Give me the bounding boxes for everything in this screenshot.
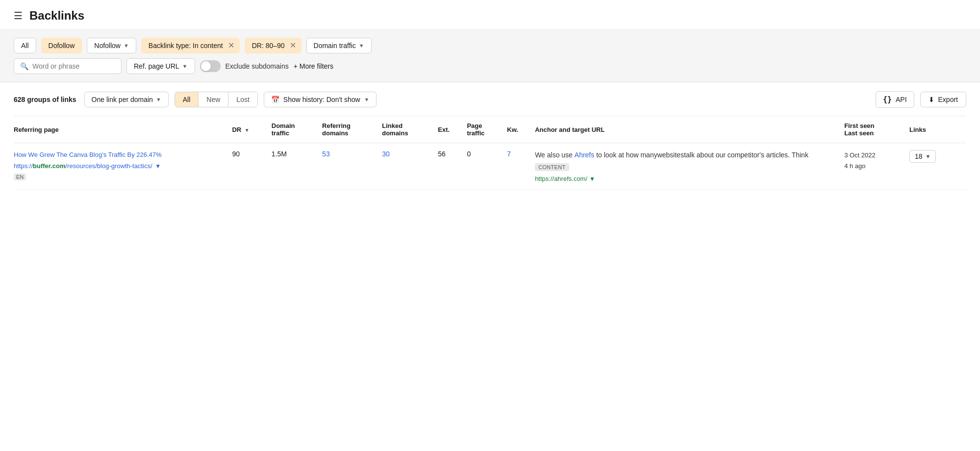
links-chevron-icon: ▼	[926, 153, 931, 159]
domain-traffic-filter-btn[interactable]: Domain traffic ▼	[306, 38, 372, 53]
table-toolbar: 628 groups of links One link per domain …	[14, 82, 966, 116]
search-input[interactable]	[32, 62, 115, 70]
dates-cell: 3 Oct 2022 4 h ago	[844, 143, 909, 190]
dofollow-filter-btn[interactable]: Dofollow	[41, 38, 82, 53]
nofollow-chevron-icon: ▼	[124, 43, 129, 49]
domain-traffic-chevron-icon: ▼	[359, 43, 364, 49]
all-filter-btn[interactable]: All	[14, 38, 36, 53]
links-cell: 18 ▼	[909, 143, 966, 190]
referring-domains-link[interactable]: 53	[322, 150, 330, 158]
lost-tab-btn[interactable]: Lost	[228, 92, 257, 107]
referring-domains-cell: 53	[322, 143, 382, 190]
nofollow-filter-btn[interactable]: Nofollow ▼	[87, 38, 136, 53]
linked-domains-link[interactable]: 30	[382, 150, 390, 158]
col-referring-page: Referring page	[14, 116, 232, 143]
ref-page-domain: buffer.com	[33, 162, 65, 170]
exclude-subdomains-toggle[interactable]	[200, 60, 221, 72]
dr-sort-icon: ▼	[245, 127, 250, 133]
page-wrapper: ☰ Backlinks All Dofollow Nofollow ▼ Back…	[0, 0, 980, 451]
lang-badge: EN	[14, 174, 26, 180]
backlinks-table: Referring page DR ▼ Domaintraffic Referr…	[14, 116, 966, 190]
exclude-subdomains-label: Exclude subdomains	[226, 62, 289, 70]
ref-page-title-link[interactable]: How We Grew The Canva Blog's Traffic By …	[14, 151, 162, 158]
ref-page-url-chevron-icon: ▼	[182, 63, 188, 69]
col-linked-domains: Linkeddomains	[382, 116, 438, 143]
new-tab-btn[interactable]: New	[199, 92, 228, 107]
link-per-domain-chevron-icon: ▼	[156, 97, 161, 102]
api-btn[interactable]: {} API	[876, 91, 914, 108]
toggle-knob	[201, 61, 211, 71]
exclude-subdomains-wrap: Exclude subdomains	[200, 60, 289, 72]
col-dr[interactable]: DR ▼	[232, 116, 271, 143]
table-area: 628 groups of links One link per domain …	[0, 82, 980, 190]
ref-page-url-btn[interactable]: Ref. page URL ▼	[126, 58, 195, 74]
header: ☰ Backlinks	[0, 0, 980, 30]
filter-row-2: 🔍 Ref. page URL ▼ Exclude subdomains + M…	[14, 58, 966, 74]
target-url-link[interactable]: https://ahrefs.com/	[535, 175, 587, 182]
all-new-lost-tabs: All New Lost	[175, 92, 258, 107]
ref-page-url-link[interactable]: https://buffer.com/resources/blog-growth…	[14, 162, 154, 170]
col-kw: Kw.	[507, 116, 535, 143]
anchor-target-cell: We also use Ahrefs to look at how manywe…	[535, 143, 844, 190]
col-domain-traffic: Domaintraffic	[272, 116, 322, 143]
calendar-icon: 📅	[271, 96, 279, 103]
domain-traffic-cell: 1.5M	[272, 143, 322, 190]
target-url-dropdown-icon[interactable]: ▼	[589, 175, 595, 182]
col-links: Links	[909, 116, 966, 143]
export-btn[interactable]: ⬇ Export	[920, 92, 966, 107]
search-input-wrap[interactable]: 🔍	[14, 58, 122, 74]
dr-clear-btn[interactable]: ✕	[290, 42, 296, 50]
show-history-btn[interactable]: 📅 Show history: Don't show ▼	[264, 92, 377, 107]
kw-link[interactable]: 7	[507, 150, 511, 158]
dr-filter[interactable]: DR: 80–90 ✕	[245, 38, 302, 53]
linked-domains-cell: 30	[382, 143, 438, 190]
groups-count: 628 groups of links	[14, 96, 76, 103]
col-page-traffic: Pagetraffic	[467, 116, 507, 143]
anchor-text: We also use Ahrefs to look at how manywe…	[535, 150, 840, 160]
kw-cell: 7	[507, 143, 535, 190]
links-dropdown-btn[interactable]: 18 ▼	[909, 150, 936, 163]
ref-page-cell: How We Grew The Canva Blog's Traffic By …	[14, 143, 232, 190]
col-ext: Ext.	[438, 116, 467, 143]
backlink-type-filter[interactable]: Backlink type: In content ✕	[141, 38, 240, 53]
all-tab-btn[interactable]: All	[175, 92, 199, 107]
api-icon: {}	[883, 95, 892, 104]
hamburger-icon[interactable]: ☰	[14, 10, 23, 22]
link-per-domain-btn[interactable]: One link per domain ▼	[84, 92, 169, 107]
page-title: Backlinks	[29, 9, 84, 23]
target-url-line: https://ahrefs.com/ ▼	[535, 175, 840, 182]
history-chevron-icon: ▼	[364, 97, 370, 102]
ext-cell: 56	[438, 143, 467, 190]
col-first-last-seen: First seenLast seen	[844, 116, 909, 143]
page-traffic-cell: 0	[467, 143, 507, 190]
backlink-type-clear-btn[interactable]: ✕	[228, 42, 234, 50]
ahrefs-anchor-link[interactable]: Ahrefs	[575, 151, 594, 159]
col-anchor-target: Anchor and target URL	[535, 116, 844, 143]
table-row: How We Grew The Canva Blog's Traffic By …	[14, 143, 966, 190]
col-referring-domains: Referringdomains	[322, 116, 382, 143]
filter-bar: All Dofollow Nofollow ▼ Backlink type: I…	[0, 30, 980, 82]
more-filters-btn[interactable]: + More filters	[294, 62, 333, 70]
content-badge: CONTENT	[535, 163, 569, 171]
dr-cell: 90	[232, 143, 271, 190]
export-icon: ⬇	[929, 96, 934, 103]
search-icon: 🔍	[20, 62, 28, 70]
filter-row-1: All Dofollow Nofollow ▼ Backlink type: I…	[14, 38, 966, 53]
ref-page-dropdown-icon[interactable]: ▼	[155, 163, 161, 170]
